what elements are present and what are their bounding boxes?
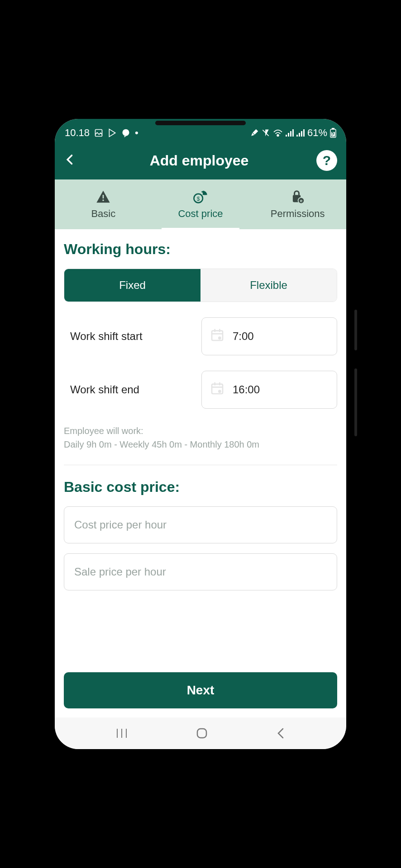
svg-rect-11 xyxy=(303,129,305,137)
gallery-icon xyxy=(94,128,103,137)
svg-rect-22 xyxy=(212,331,223,340)
sale-price-input[interactable] xyxy=(64,553,337,590)
status-time: 10.18 xyxy=(65,127,90,139)
tab-basic[interactable]: Basic xyxy=(55,179,152,229)
svg-rect-9 xyxy=(299,133,300,137)
messenger-icon xyxy=(121,128,130,137)
system-nav-bar xyxy=(55,717,346,749)
nav-back[interactable] xyxy=(276,727,286,739)
tab-cost-label: Cost price xyxy=(178,208,223,220)
shift-end-value: 16:00 xyxy=(233,383,260,396)
svg-rect-6 xyxy=(290,131,291,137)
svg-rect-15 xyxy=(103,195,104,198)
lock-icon: e xyxy=(291,189,305,204)
svg-rect-10 xyxy=(301,131,302,137)
tab-bar: Basic $ Cost price e Permissions xyxy=(55,179,346,229)
working-hours-title: Working hours: xyxy=(64,241,337,258)
shift-end-row: Work shift end 16:00 xyxy=(64,371,337,409)
tab-basic-label: Basic xyxy=(91,208,115,220)
content-area: Working hours: Fixed Flexible Work shift… xyxy=(55,229,346,717)
svg-rect-27 xyxy=(212,384,223,394)
status-more-indicator: • xyxy=(135,127,138,139)
toggle-flexible[interactable]: Flexible xyxy=(200,269,337,302)
nav-home[interactable] xyxy=(196,727,208,740)
divider xyxy=(64,465,337,465)
app-header: Add employee ? xyxy=(55,144,346,179)
phone-speaker xyxy=(155,121,246,125)
nav-recents[interactable] xyxy=(115,728,128,739)
work-summary: Employee will work: Daily 9h 0m - Weekly… xyxy=(64,424,337,451)
battery-icon xyxy=(330,128,336,138)
svg-text:$: $ xyxy=(197,196,200,202)
summary-value: Daily 9h 0m - Weekly 45h 0m - Monthly 18… xyxy=(64,438,337,451)
back-button[interactable] xyxy=(64,151,82,170)
tab-permissions-label: Permissions xyxy=(271,208,325,220)
calendar-icon xyxy=(210,328,224,345)
warning-icon xyxy=(96,189,110,204)
screen: 10.18 • xyxy=(55,119,346,749)
cost-icon: $ xyxy=(193,189,208,204)
vibrate-icon xyxy=(261,128,270,137)
play-store-icon xyxy=(108,128,117,137)
svg-point-26 xyxy=(219,337,220,339)
phone-side-button-2 xyxy=(354,368,357,436)
svg-rect-13 xyxy=(332,128,334,129)
shift-end-label: Work shift end xyxy=(64,383,194,396)
cost-title: Basic cost price: xyxy=(64,479,337,495)
help-button[interactable]: ? xyxy=(316,150,337,171)
hours-type-toggle: Fixed Flexible xyxy=(64,269,337,302)
page-title: Add employee xyxy=(82,152,316,169)
shift-start-value: 7:00 xyxy=(233,330,254,343)
pen-icon xyxy=(250,129,258,137)
signal-icon-2 xyxy=(296,129,305,137)
summary-label: Employee will work: xyxy=(64,424,337,438)
battery-percent: 61% xyxy=(307,127,327,139)
svg-text:e: e xyxy=(300,198,302,203)
tab-permissions[interactable]: e Permissions xyxy=(249,179,346,229)
svg-point-1 xyxy=(123,129,129,136)
svg-point-31 xyxy=(219,391,220,392)
svg-point-16 xyxy=(103,199,104,201)
svg-point-3 xyxy=(277,135,279,137)
shift-end-input[interactable]: 16:00 xyxy=(201,371,337,409)
next-button[interactable]: Next xyxy=(64,672,337,708)
shift-start-row: Work shift start 7:00 xyxy=(64,317,337,355)
svg-rect-7 xyxy=(292,129,294,137)
svg-rect-35 xyxy=(197,729,206,738)
tab-cost-price[interactable]: $ Cost price xyxy=(152,179,249,229)
svg-rect-5 xyxy=(288,133,289,137)
phone-side-button xyxy=(354,310,357,350)
shift-start-label: Work shift start xyxy=(64,330,194,343)
calendar-icon xyxy=(210,381,224,398)
shift-start-input[interactable]: 7:00 xyxy=(201,317,337,355)
signal-icon-1 xyxy=(286,129,294,137)
svg-rect-4 xyxy=(286,135,287,137)
cost-price-input[interactable] xyxy=(64,506,337,543)
svg-rect-8 xyxy=(296,135,298,137)
phone-frame: 10.18 • xyxy=(47,111,354,757)
wifi-icon xyxy=(273,129,283,137)
toggle-fixed[interactable]: Fixed xyxy=(64,269,200,302)
